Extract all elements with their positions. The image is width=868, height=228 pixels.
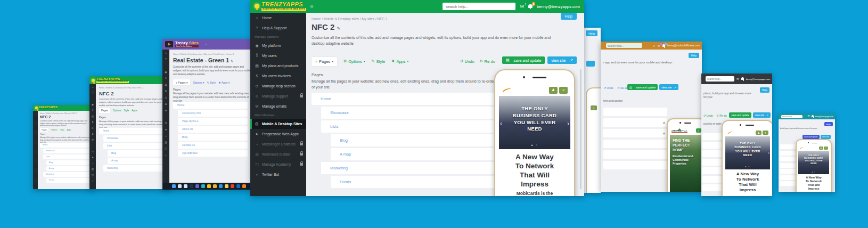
page-row[interactable]: Contact us (178, 142, 248, 149)
search-input[interactable] (606, 43, 642, 48)
sidebar-item-progressive-web-apps[interactable]: ➤ Progressive Web Apps (250, 129, 306, 139)
redo-button[interactable]: ↻ Re-do (480, 59, 495, 64)
page-row[interactable]: Marketing (103, 165, 167, 172)
sidebar-item-manage-emails[interactable]: ✉ Manage emails (250, 101, 306, 111)
sidebar-icon[interactable]: ? (92, 92, 94, 97)
page-row[interactable]: A map (108, 158, 167, 164)
sidebar-icon[interactable]: ◫ (92, 174, 94, 180)
account-email[interactable]: benny@rocksolidfitness.com (667, 44, 700, 47)
sidebar-item-manage-academy[interactable]: ◫ Manage Academy (250, 159, 306, 169)
page-row[interactable]: ◉ (603, 118, 667, 127)
profile-button[interactable]: ♟ (549, 87, 558, 94)
search-input[interactable] (781, 115, 803, 118)
sidebar-icon[interactable]: ✉ (165, 109, 167, 115)
page-row[interactable]: Home (173, 102, 248, 109)
tab-pages[interactable]: Pages (40, 128, 48, 132)
help-button[interactable]: Help (689, 53, 699, 58)
undo-button[interactable]: ↺ Undo (460, 59, 474, 64)
sidebar-icon[interactable]: ⌂ (92, 86, 94, 92)
sidebar-icon[interactable]: ◉ (165, 70, 167, 77)
page-row[interactable]: Blog (331, 134, 496, 146)
menu-icon[interactable]: ≡ (310, 4, 314, 10)
tab-style[interactable]: Style (60, 129, 64, 131)
help-button[interactable]: Help (586, 30, 597, 36)
page-row[interactable]: A map (331, 148, 496, 160)
view-site-button[interactable]: view site ↗ (753, 112, 771, 118)
notifications-bell-icon[interactable] (812, 115, 814, 118)
scrollbar[interactable] (580, 69, 582, 189)
carousel-next-icon[interactable]: › (567, 120, 569, 127)
sidebar-icon[interactable]: ▥ (165, 141, 167, 147)
menu-button[interactable]: ≡ (696, 128, 701, 133)
tab-style[interactable]: ✎ Style (207, 81, 216, 84)
breadcrumb[interactable]: Home / Mobile & Desktop sites / My sites… (312, 17, 387, 21)
sidebar-icon[interactable]: ◫ (165, 147, 167, 153)
taskbar-icon-search[interactable] (178, 184, 182, 188)
page-row[interactable] (780, 181, 796, 186)
sidebar-item-manage-support[interactable]: ⊕ Manage support (250, 91, 306, 101)
messages-icon[interactable]: ✉1 (520, 4, 524, 9)
page-row[interactable]: Home (312, 93, 496, 105)
view-site-button[interactable]: view site (821, 135, 831, 139)
sidebar-icon[interactable]: ▤ (165, 83, 167, 89)
sidebar[interactable]: ⌂ ? ◉ ⁑ ▤ $ ⊙ ⊕ ✉ (162, 50, 169, 190)
menu-button[interactable]: ≡ (591, 105, 597, 110)
tab-pages[interactable]: ≡ Pages ▾ (173, 79, 190, 85)
page-row[interactable]: A map (46, 166, 92, 171)
edit-pencil-icon[interactable]: ✎ (337, 26, 341, 31)
taskbar-icon-firefox[interactable] (242, 184, 246, 188)
messages-icon[interactable]: ✉ (808, 115, 810, 118)
sidebar-icon[interactable]: ▤ (92, 115, 94, 121)
save-and-update-button[interactable]: save and update (803, 135, 820, 139)
tab-apps[interactable]: ❖ Apps ▾ (218, 81, 230, 84)
sidebar[interactable]: ⌂ ? ◉ ⁑ ▤ $ ⊙ ⊕ ✉ (89, 84, 96, 189)
page-row[interactable]: Community Info (178, 110, 248, 117)
help-button[interactable]: Help (760, 87, 769, 93)
sidebar-icon[interactable]: ◖ (92, 162, 94, 168)
sidebar-icon[interactable]: ⊡ (165, 121, 167, 128)
sidebar-item-section-main-modules[interactable]: Main Modules (250, 111, 306, 119)
breadcrumb[interactable]: Home / Mobile & Desktop sites / My sites… (173, 53, 250, 55)
sidebar-icon[interactable]: ⊕ (165, 102, 167, 109)
page-row[interactable]: ◉ (603, 140, 667, 148)
page-row[interactable]: Showcase (321, 107, 496, 119)
search-input[interactable] (706, 76, 734, 82)
carousel-dots[interactable]: ● ○ (725, 166, 770, 168)
page-row[interactable]: Blog (108, 150, 167, 157)
page-row[interactable]: Showcase (103, 135, 167, 142)
visibility-eye-icon[interactable]: ◉ (663, 132, 665, 135)
sidebar-item-my-users-invoices[interactable]: $ My users invoices (250, 71, 306, 81)
search-input[interactable] (443, 3, 515, 10)
page-row[interactable]: ◉ (603, 150, 667, 159)
page-row[interactable]: Blog (46, 160, 92, 165)
sidebar[interactable] (33, 111, 38, 189)
page-row[interactable]: Agent/Broker (178, 150, 248, 157)
tab-style[interactable]: ✎ Style (372, 59, 386, 64)
messages-icon[interactable]: ✉ (736, 77, 739, 80)
account-email[interactable]: benny@trenzyapps.com (537, 4, 580, 9)
tab-options[interactable]: ⚙ Options ▾ (343, 59, 365, 64)
page-row[interactable]: Home (99, 128, 167, 134)
page-row[interactable]: Page layout 2 (178, 118, 248, 125)
view-site-button[interactable]: view site ↗ (659, 84, 678, 90)
breadcrumb[interactable]: Home / Mobile & Desktop sites / My sites… (40, 112, 93, 115)
sidebar-item-twitter-bot[interactable]: ◗ Twitter Bot (250, 169, 306, 180)
page-row[interactable]: Marketing (43, 172, 92, 177)
sidebar-icon[interactable]: ⊡ (92, 150, 94, 156)
tab-apps[interactable]: ❖ Apps ▾ (391, 59, 408, 64)
sidebar-icon[interactable]: ✉ (92, 139, 94, 144)
help-button[interactable]: Help (561, 13, 577, 20)
page-row[interactable] (780, 175, 796, 180)
taskbar-icon-opera[interactable] (231, 184, 234, 188)
sidebar-icon[interactable]: $ (92, 121, 94, 127)
carousel-dots[interactable]: ● ○ (499, 143, 570, 146)
profile-button[interactable]: ♟ (819, 146, 823, 150)
taskbar-icon-maps[interactable] (225, 184, 228, 188)
sidebar-icon[interactable]: $ (165, 89, 167, 96)
help-button[interactable]: Help (824, 122, 833, 126)
edit-pencil-icon[interactable]: ✎ (231, 60, 233, 63)
page-row[interactable] (780, 151, 796, 156)
breadcrumb[interactable]: Home / Mobile & Desktop sites / My sites… (99, 87, 168, 89)
page-row[interactable] (780, 157, 796, 161)
account-email[interactable]: benny@trenzyapps.com (815, 116, 833, 118)
